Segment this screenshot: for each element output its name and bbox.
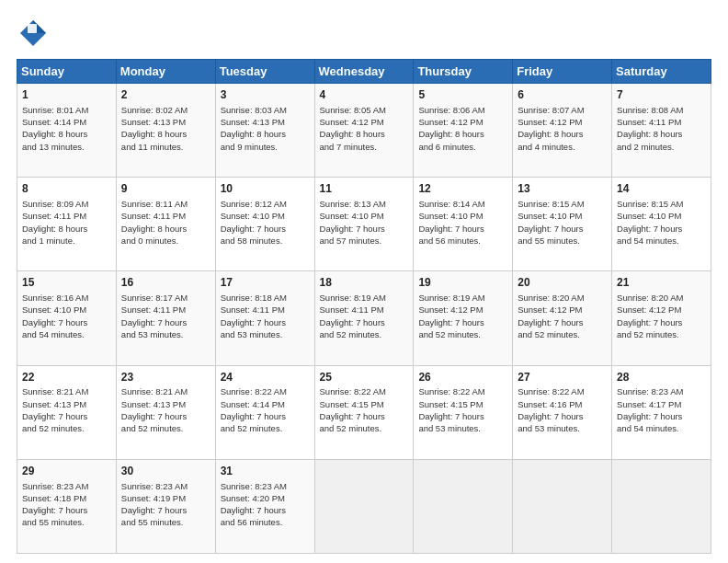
day-number: 16 xyxy=(121,275,210,291)
cell-line: Daylight: 7 hours xyxy=(121,410,210,422)
day-header-saturday: Saturday xyxy=(612,60,711,84)
cell-line: Sunrise: 8:11 AM xyxy=(121,198,210,210)
cell-line: Sunset: 4:12 PM xyxy=(617,304,706,316)
cell-line: and 1 minute. xyxy=(22,235,111,247)
cell-line: Daylight: 7 hours xyxy=(617,410,706,422)
cell-line: Sunrise: 8:05 AM xyxy=(320,104,409,116)
cell-line: Sunrise: 8:21 AM xyxy=(121,385,210,397)
day-number: 27 xyxy=(518,370,607,385)
cell-line: Sunset: 4:12 PM xyxy=(418,304,507,316)
cell-line: Daylight: 7 hours xyxy=(418,223,507,235)
cell-line: Sunset: 4:13 PM xyxy=(121,398,210,410)
cell-line: Sunrise: 8:09 AM xyxy=(22,198,111,210)
week-row-4: 22Sunrise: 8:21 AMSunset: 4:13 PMDayligh… xyxy=(17,365,711,459)
cell-line: Sunrise: 8:03 AM xyxy=(221,104,310,116)
cell-line: Sunset: 4:12 PM xyxy=(418,116,507,128)
day-number: 30 xyxy=(121,464,210,479)
calendar-cell: 19Sunrise: 8:19 AMSunset: 4:12 PMDayligh… xyxy=(414,271,513,365)
cell-line: Sunrise: 8:23 AM xyxy=(121,480,210,492)
day-number: 11 xyxy=(320,181,409,197)
cell-line: Daylight: 8 hours xyxy=(418,128,507,140)
cell-line: Sunset: 4:18 PM xyxy=(22,492,111,504)
cell-line: Sunrise: 8:07 AM xyxy=(518,104,607,116)
calendar-cell: 14Sunrise: 8:15 AMSunset: 4:10 PMDayligh… xyxy=(612,178,711,271)
cell-line: Sunset: 4:13 PM xyxy=(121,116,210,128)
calendar-cell xyxy=(612,459,711,553)
day-number: 29 xyxy=(22,464,111,479)
day-number: 26 xyxy=(418,370,507,385)
cell-line: Sunrise: 8:02 AM xyxy=(121,104,210,116)
cell-line: Sunrise: 8:19 AM xyxy=(418,292,507,304)
calendar-cell: 1Sunrise: 8:01 AMSunset: 4:14 PMDaylight… xyxy=(17,84,117,178)
cell-line: and 57 minutes. xyxy=(320,235,409,247)
cell-line: and 52 minutes. xyxy=(320,328,409,340)
cell-line: and 52 minutes. xyxy=(320,422,409,434)
cell-line: Daylight: 7 hours xyxy=(22,410,111,422)
day-number: 21 xyxy=(617,275,706,291)
cell-line: Sunset: 4:10 PM xyxy=(221,210,310,222)
calendar-cell: 13Sunrise: 8:15 AMSunset: 4:10 PMDayligh… xyxy=(513,178,612,271)
cell-line: and 53 minutes. xyxy=(418,422,507,434)
cell-line: Sunset: 4:10 PM xyxy=(617,210,706,222)
cell-line: Daylight: 7 hours xyxy=(518,223,607,235)
cell-line: Sunset: 4:15 PM xyxy=(320,398,409,410)
cell-line: and 54 minutes. xyxy=(22,328,111,340)
cell-line: and 11 minutes. xyxy=(121,141,210,153)
day-number: 25 xyxy=(320,370,409,385)
cell-line: Daylight: 7 hours xyxy=(121,316,210,328)
cell-line: and 13 minutes. xyxy=(22,141,111,153)
calendar-cell xyxy=(513,459,612,553)
calendar-cell xyxy=(414,459,513,553)
cell-line: Sunset: 4:11 PM xyxy=(121,210,210,222)
cell-line: Daylight: 7 hours xyxy=(320,410,409,422)
cell-line: Daylight: 7 hours xyxy=(221,504,310,516)
week-row-1: 1Sunrise: 8:01 AMSunset: 4:14 PMDaylight… xyxy=(17,84,711,178)
calendar-cell: 7Sunrise: 8:08 AMSunset: 4:11 PMDaylight… xyxy=(612,84,711,178)
cell-line: Daylight: 7 hours xyxy=(320,223,409,235)
header-row: SundayMondayTuesdayWednesdayThursdayFrid… xyxy=(17,60,711,84)
cell-line: Daylight: 7 hours xyxy=(418,410,507,422)
week-row-5: 29Sunrise: 8:23 AMSunset: 4:18 PMDayligh… xyxy=(17,459,711,553)
calendar-cell: 21Sunrise: 8:20 AMSunset: 4:12 PMDayligh… xyxy=(612,271,711,365)
calendar-cell: 29Sunrise: 8:23 AMSunset: 4:18 PMDayligh… xyxy=(17,459,117,553)
cell-line: Sunrise: 8:06 AM xyxy=(418,104,507,116)
calendar-cell: 16Sunrise: 8:17 AMSunset: 4:11 PMDayligh… xyxy=(116,271,215,365)
cell-line: Sunset: 4:11 PM xyxy=(320,304,409,316)
calendar-cell: 9Sunrise: 8:11 AMSunset: 4:11 PMDaylight… xyxy=(116,178,215,271)
cell-line: Daylight: 8 hours xyxy=(22,128,111,140)
day-header-thursday: Thursday xyxy=(414,60,513,84)
cell-line: Sunrise: 8:15 AM xyxy=(518,198,607,210)
day-header-monday: Monday xyxy=(116,60,215,84)
cell-line: Sunset: 4:15 PM xyxy=(418,398,507,410)
cell-line: Sunrise: 8:23 AM xyxy=(221,480,310,492)
cell-line: Sunset: 4:11 PM xyxy=(22,210,111,222)
cell-line: and 53 minutes. xyxy=(221,328,310,340)
cell-line: and 52 minutes. xyxy=(221,422,310,434)
cell-line: Daylight: 7 hours xyxy=(22,504,111,516)
cell-line: and 6 minutes. xyxy=(418,141,507,153)
cell-line: Daylight: 7 hours xyxy=(320,316,409,328)
calendar-cell: 24Sunrise: 8:22 AMSunset: 4:14 PMDayligh… xyxy=(215,365,314,459)
cell-line: Sunrise: 8:16 AM xyxy=(22,292,111,304)
cell-line: and 53 minutes. xyxy=(518,422,607,434)
cell-line: Sunrise: 8:15 AM xyxy=(617,198,706,210)
day-number: 31 xyxy=(221,464,310,479)
cell-line: Daylight: 8 hours xyxy=(320,128,409,140)
cell-line: and 52 minutes. xyxy=(518,328,607,340)
calendar-cell xyxy=(314,459,414,553)
calendar-cell: 28Sunrise: 8:23 AMSunset: 4:17 PMDayligh… xyxy=(612,365,711,459)
calendar-cell: 31Sunrise: 8:23 AMSunset: 4:20 PMDayligh… xyxy=(215,459,314,553)
logo xyxy=(17,17,55,50)
day-number: 24 xyxy=(221,370,310,385)
calendar-cell: 26Sunrise: 8:22 AMSunset: 4:15 PMDayligh… xyxy=(414,365,513,459)
cell-line: Daylight: 7 hours xyxy=(617,223,706,235)
cell-line: Sunrise: 8:12 AM xyxy=(221,198,310,210)
calendar-cell: 27Sunrise: 8:22 AMSunset: 4:16 PMDayligh… xyxy=(513,365,612,459)
cell-line: and 53 minutes. xyxy=(121,328,210,340)
cell-line: and 55 minutes. xyxy=(22,516,111,528)
cell-line: Sunrise: 8:13 AM xyxy=(320,198,409,210)
calendar-body: 1Sunrise: 8:01 AMSunset: 4:14 PMDaylight… xyxy=(17,84,711,554)
calendar-table: SundayMondayTuesdayWednesdayThursdayFrid… xyxy=(17,59,711,554)
cell-line: Sunrise: 8:22 AM xyxy=(418,385,507,397)
day-number: 20 xyxy=(518,275,607,291)
